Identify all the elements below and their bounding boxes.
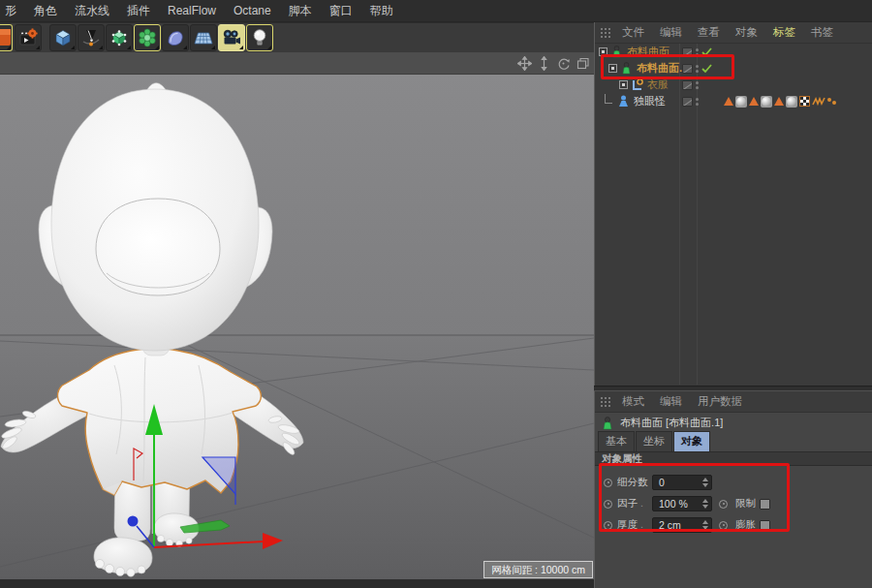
- material-tag-icon[interactable]: [761, 96, 772, 108]
- panel-splitter[interactable]: [594, 386, 872, 391]
- keyframe-circle-icon[interactable]: [604, 500, 612, 509]
- subdivision-surface-icon[interactable]: [106, 24, 133, 51]
- tab-basic[interactable]: 基本: [598, 431, 635, 451]
- keyframe-circle-icon[interactable]: [604, 521, 612, 530]
- primitive-cube-icon[interactable]: [49, 24, 77, 51]
- lod-object-icon: [631, 78, 643, 91]
- layer-toggle[interactable]: [682, 80, 693, 90]
- layer-toggle[interactable]: [682, 64, 693, 74]
- dolly-view-icon[interactable]: [536, 55, 551, 71]
- menu-item[interactable]: 形: [2, 3, 25, 19]
- panel-grip-icon[interactable]: [600, 27, 612, 39]
- 3d-viewport[interactable]: 网格间距 : 10000 cm: [0, 75, 594, 579]
- object-row-clothes[interactable]: 衣服: [595, 77, 872, 93]
- menu-item-octane[interactable]: Octane: [225, 4, 280, 17]
- main-toolbar: [0, 23, 594, 52]
- right-panel: 文件 编辑 查看 对象 标签 书签 布料曲面: [594, 22, 872, 588]
- vertex-map-tag-icon[interactable]: [827, 98, 836, 105]
- cinema4d-window: 形 角色 流水线 插件 RealFlow Octane 脚本 窗口 帮助: [0, 0, 872, 588]
- visibility-dots[interactable]: [696, 81, 699, 89]
- cloth-surface-icon: [601, 417, 614, 430]
- spline-pen-icon[interactable]: [78, 24, 105, 51]
- stepper-arrows[interactable]: [701, 519, 709, 531]
- field-thickness: 厚度 . 2 cm 膨胀: [595, 514, 872, 536]
- camera-icon[interactable]: [218, 24, 245, 51]
- panel-grip-icon[interactable]: [600, 396, 612, 408]
- object-row-monster[interactable]: 独眼怪: [595, 93, 872, 109]
- character-object-icon: [617, 95, 630, 108]
- deformer-icon[interactable]: [162, 24, 189, 51]
- phong-tag-icon[interactable]: [749, 97, 759, 106]
- main-menu-bar: 形 角色 流水线 插件 RealFlow Octane 脚本 窗口 帮助: [0, 0, 872, 22]
- om-menu-file[interactable]: 文件: [614, 25, 652, 40]
- keyframe-circle-icon[interactable]: [604, 479, 612, 487]
- generators-icon[interactable]: [134, 24, 161, 51]
- environment-icon[interactable]: [190, 24, 217, 51]
- tab-coordinates[interactable]: 坐标: [636, 431, 672, 451]
- expand-toggle-icon[interactable]: [619, 80, 628, 89]
- cloth-surface-icon: [620, 62, 633, 75]
- enable-checkmark-icon[interactable]: [701, 47, 712, 57]
- expand-toggle-icon[interactable]: [599, 47, 607, 56]
- thickness-input[interactable]: 2 cm: [652, 517, 712, 533]
- layer-toggle[interactable]: [682, 97, 693, 107]
- pan-view-icon[interactable]: [516, 55, 532, 71]
- uvw-tag-icon[interactable]: [799, 96, 810, 107]
- menu-item-script[interactable]: 脚本: [280, 3, 321, 19]
- field-subdivisions: 细分数 0: [595, 472, 872, 493]
- phong-tag-icon[interactable]: [774, 97, 784, 106]
- phong-tag-icon[interactable]: [724, 97, 733, 106]
- tag-list: [724, 96, 836, 108]
- expand-checkbox[interactable]: [760, 520, 770, 531]
- visibility-dots[interactable]: [696, 98, 699, 106]
- menu-item-help[interactable]: 帮助: [361, 3, 402, 19]
- object-row-cloth-surface-1[interactable]: 布料曲面.1: [595, 60, 872, 77]
- keyframe-circle-icon[interactable]: [719, 500, 728, 509]
- rotate-view-icon[interactable]: [555, 55, 571, 71]
- attribute-manager: 模式 编辑 用户数据 布料曲面 [布料曲面.1] 基本 坐标 对象 对象属性: [595, 391, 872, 588]
- tab-object[interactable]: 对象: [673, 431, 710, 451]
- stepper-arrows[interactable]: [701, 498, 709, 510]
- visibility-dots[interactable]: [696, 48, 699, 56]
- field-factor: 因子 . 100 % 限制: [595, 493, 872, 514]
- object-properties-fields: 细分数 0 因子 . 100 % 限制: [595, 466, 872, 536]
- om-menu-bookmarks[interactable]: 书签: [803, 25, 841, 40]
- object-properties-section-header[interactable]: 对象属性: [595, 451, 872, 466]
- attribute-object-header: 布料曲面 [布料曲面.1]: [595, 413, 872, 433]
- cloth-surface-icon: [610, 46, 623, 58]
- om-menu-edit[interactable]: 编辑: [652, 25, 690, 40]
- expand-toggle-icon[interactable]: [608, 64, 617, 73]
- am-menu-edit[interactable]: 编辑: [652, 394, 690, 409]
- weight-tag-icon[interactable]: [812, 96, 825, 108]
- material-tag-icon[interactable]: [735, 96, 747, 108]
- keyframe-circle-icon[interactable]: [719, 521, 728, 530]
- tree-connector: [605, 94, 612, 104]
- viewport-titlebar: [0, 52, 594, 75]
- om-menu-object[interactable]: 对象: [728, 25, 765, 40]
- light-icon[interactable]: [246, 24, 273, 51]
- om-menu-view[interactable]: 查看: [690, 25, 728, 40]
- menu-item-realflow[interactable]: RealFlow: [159, 4, 225, 17]
- factor-input[interactable]: 100 %: [652, 496, 712, 511]
- enable-checkmark-icon[interactable]: [701, 64, 712, 74]
- om-menu-tags[interactable]: 标签: [765, 25, 803, 40]
- grid-spacing-status: 网格间距 : 10000 cm: [483, 561, 593, 578]
- stepper-arrows[interactable]: [701, 477, 709, 488]
- am-menu-mode[interactable]: 模式: [614, 394, 652, 409]
- visibility-dots[interactable]: [696, 65, 699, 73]
- menu-item-pipeline[interactable]: 流水线: [66, 3, 118, 19]
- subdivisions-input[interactable]: 0: [652, 475, 712, 490]
- attribute-tabs: 基本 坐标 对象: [595, 433, 872, 451]
- menu-item-character[interactable]: 角色: [25, 3, 66, 19]
- am-menu-userdata[interactable]: 用户数据: [690, 394, 750, 409]
- material-tag-icon[interactable]: [786, 96, 797, 108]
- object-manager-tree: 布料曲面 布料曲面.1: [595, 44, 872, 385]
- toggle-view-icon[interactable]: [575, 55, 590, 71]
- edit-render-settings-icon[interactable]: [15, 24, 42, 51]
- menu-item-plugins[interactable]: 插件: [118, 3, 159, 19]
- render-settings-icon[interactable]: [0, 24, 13, 51]
- menu-item-window[interactable]: 窗口: [321, 3, 361, 19]
- layer-toggle[interactable]: [682, 47, 693, 57]
- object-row-cloth-surface[interactable]: 布料曲面: [595, 44, 872, 60]
- limit-checkbox[interactable]: [760, 499, 770, 510]
